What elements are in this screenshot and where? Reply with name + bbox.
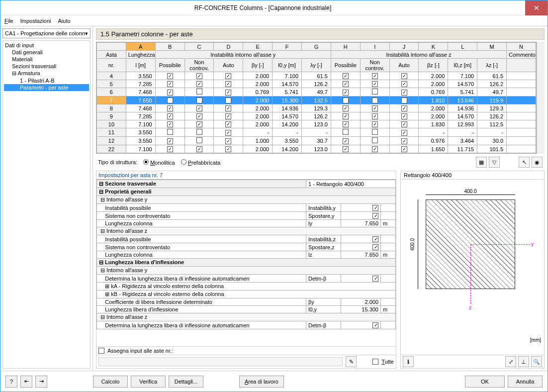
settings-pane: Impostazioni per asta nr. 7 ⊟ Sezione tr… <box>96 171 396 369</box>
workspace-button[interactable]: Area di lavoro <box>239 376 284 388</box>
scrollbar-v[interactable] <box>537 42 545 154</box>
filter-button[interactable]: ▽ <box>489 157 500 168</box>
info-button[interactable]: ℹ <box>403 356 414 367</box>
menu-help[interactable]: Aiuto <box>58 18 71 24</box>
pick-button[interactable]: ↖ <box>519 157 530 168</box>
table-row[interactable]: 123.550✓✓1.0003.55030.7✓✓0.9763.46430.0 <box>97 137 536 145</box>
radio-monolitica[interactable]: Monolitica <box>143 159 175 166</box>
axis-y <box>470 244 530 245</box>
tree-item[interactable]: Dati generali <box>4 49 89 56</box>
print-preview-button[interactable]: 🔍 <box>531 356 542 367</box>
parameters-table[interactable]: ABCDEFGHIJKLMNAstaLunghezzaInstabilità i… <box>96 42 537 154</box>
zoom-fit-button[interactable]: ⤢ <box>505 356 516 367</box>
axis-z <box>470 244 471 304</box>
tree-item[interactable]: Materiali <box>4 56 89 63</box>
tutte-label: Tutte <box>381 359 394 365</box>
axes-button[interactable]: ⊥ <box>518 356 529 367</box>
case-combo[interactable]: CA1 - Progettazione delle colonn ▾ <box>2 28 91 38</box>
help-button[interactable]: ? <box>5 376 17 388</box>
ok-button[interactable]: OK <box>465 376 505 388</box>
section-title: 1.5 Parametri colonne - per aste <box>96 28 545 40</box>
dim-width: 400.0 <box>426 189 515 194</box>
dim-height: 400.0 <box>410 199 415 289</box>
tree-item[interactable]: 1 - Pilastri A-B <box>4 77 89 84</box>
assign-label: Assegna input alle aste nr.: <box>107 348 173 354</box>
window-title: RF-CONCRETE Columns - [Capannone industr… <box>0 4 525 11</box>
assign-input[interactable] <box>98 357 343 366</box>
preview-canvas[interactable]: 400.0 400.0 y z [mm] <box>401 180 544 355</box>
export-button[interactable]: ⇥ <box>35 376 47 388</box>
unit-label: [mm] <box>530 337 541 343</box>
preview-pane: Rettangolo 400/400 400.0 400.0 y z [mm] … <box>400 171 545 369</box>
tree-item-selected[interactable]: Parametri - per aste <box>4 84 89 91</box>
table-row[interactable]: 87.468✓✓✓2.00014.936129.3✓✓✓2.00014.9361… <box>97 104 536 112</box>
table-row[interactable]: 67.468✓✓0.7695.74149.7✓✓0.7695.74149.7 <box>97 88 536 97</box>
table-row[interactable]: 107.100✓✓✓2.00014.200123.0✓✓✓1.83012.993… <box>97 120 536 128</box>
view-button[interactable]: ◉ <box>532 157 543 168</box>
structure-type-row: Tipo di struttura: Monolitica Prefabbric… <box>96 156 545 169</box>
menu-settings[interactable]: Impostazioni <box>20 18 51 24</box>
tutte-checkbox[interactable] <box>372 359 378 365</box>
menubar: File Impostazioni Aiuto <box>0 15 548 26</box>
pick-members-button[interactable]: ✎ <box>346 356 357 367</box>
titlebar: RF-CONCRETE Columns - [Capannone industr… <box>0 0 548 15</box>
table-row[interactable]: 97.285✓✓✓2.00014.570126.2✓✓✓2.00014.5701… <box>97 112 536 120</box>
tree-armatura[interactable]: ⊟ Armatura <box>4 70 89 77</box>
nav-tree[interactable]: Dati di input Dati generali Materiali Se… <box>2 40 91 369</box>
table-row[interactable]: 57.285✓✓✓2.00014.570126.2✓✓✓2.00014.5701… <box>97 80 536 88</box>
table-row[interactable]: 77.650✓✓✓2.00015.300132.5✓✓✓1.81013.8461… <box>97 97 536 104</box>
import-button[interactable]: ⇤ <box>20 376 32 388</box>
table-row[interactable]: 113.550✓---✓--- <box>97 128 536 137</box>
close-button[interactable]: ✕ <box>525 0 548 15</box>
struct-label: Tipo di struttura: <box>98 159 137 165</box>
preview-title: Rettangolo 400/400 <box>401 171 544 180</box>
assign-checkbox[interactable] <box>98 348 104 354</box>
settings-title: Impostazioni per asta nr. 7 <box>96 171 396 179</box>
details-button[interactable]: Dettagli... <box>169 376 203 388</box>
table-row[interactable]: 227.100✓✓✓2.00014.200123.0✓✓✓1.65011.715… <box>97 145 536 153</box>
footer: ? ⇤ ⇥ Calcolo Verifica Dettagli... Area … <box>0 371 548 392</box>
verify-button[interactable]: Verifica <box>131 376 166 388</box>
table-tool-1[interactable]: ▦ <box>476 157 487 168</box>
cancel-button[interactable]: Annulla <box>508 376 543 388</box>
calc-button[interactable]: Calcolo <box>93 376 128 388</box>
left-pane: CA1 - Progettazione delle colonn ▾ Dati … <box>0 26 93 371</box>
table-row[interactable]: 43.550✓✓✓2.0007.10061.5✓✓✓2.0007.10061.5 <box>97 72 536 80</box>
axis-y-label: y <box>531 241 534 247</box>
combo-value: CA1 - Progettazione delle colonn <box>5 30 85 36</box>
radio-prefabbricata[interactable]: Prefabbricata <box>181 159 221 166</box>
right-pane: 1.5 Parametri colonne - per aste ABCDEFG… <box>93 26 548 371</box>
tree-item[interactable]: Sezioni trasversali <box>4 63 89 70</box>
axis-z-label: z <box>469 305 471 310</box>
tree-root[interactable]: Dati di input <box>4 42 89 49</box>
menu-file[interactable]: File <box>4 18 13 24</box>
chevron-down-icon: ▾ <box>85 30 88 37</box>
